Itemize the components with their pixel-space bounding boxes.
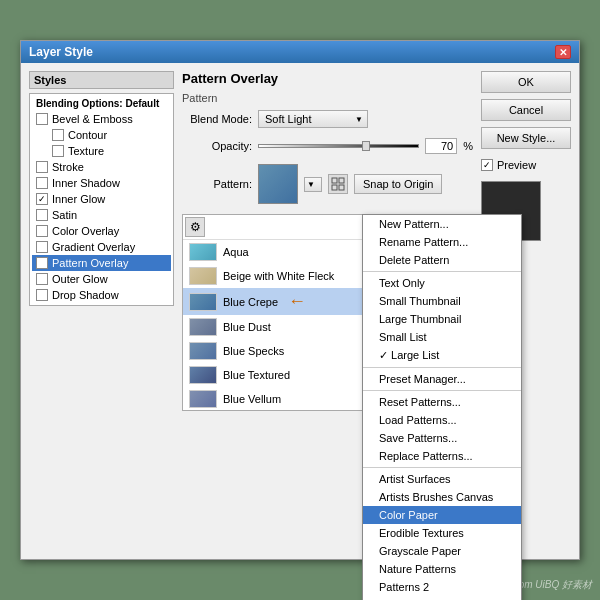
ok-button[interactable]: OK	[481, 71, 571, 93]
pattern-dropdown-arrow-icon: ▼	[307, 180, 315, 189]
blend-mode-row: Blend Mode: Soft Light ▼	[182, 110, 473, 128]
opacity-thumb[interactable]	[362, 141, 370, 151]
pattern-preview-swatch[interactable]	[258, 164, 298, 204]
menu-reset-patterns[interactable]: Reset Patterns...	[363, 393, 521, 411]
satin-checkbox[interactable]	[36, 209, 48, 221]
blue-dust-thumb	[189, 318, 217, 336]
menu-artists-brushes[interactable]: Artists Brushes Canvas	[363, 488, 521, 506]
section-title: Pattern Overlay	[182, 71, 473, 86]
blue-specks-thumb	[189, 342, 217, 360]
center-panel: Pattern Overlay Pattern Blend Mode: Soft…	[182, 71, 473, 551]
menu-divider-2	[363, 367, 521, 368]
menu-patterns[interactable]: Patterns	[363, 596, 521, 600]
blue-vellum-label: Blue Vellum	[223, 393, 281, 405]
layer-item-outer-glow[interactable]: Outer Glow	[32, 271, 171, 287]
layer-item-stroke[interactable]: Stroke	[32, 159, 171, 175]
opacity-row: Opacity: 70 %	[182, 138, 473, 154]
gear-button[interactable]: ⚙	[185, 217, 205, 237]
context-menu: New Pattern... Rename Pattern... Delete …	[362, 214, 522, 600]
pattern-reset-icon	[331, 177, 345, 191]
close-button[interactable]: ✕	[555, 45, 571, 59]
layer-item-color-overlay[interactable]: Color Overlay	[32, 223, 171, 239]
layer-style-dialog: Layer Style ✕ Styles Blending Options: D…	[20, 40, 580, 560]
menu-new-pattern[interactable]: New Pattern...	[363, 215, 521, 233]
outer-glow-checkbox[interactable]	[36, 273, 48, 285]
pattern-label: Pattern:	[182, 178, 252, 190]
svg-rect-0	[332, 178, 337, 183]
menu-save-patterns[interactable]: Save Patterns...	[363, 429, 521, 447]
opacity-slider[interactable]	[258, 144, 419, 148]
blend-mode-arrow-icon: ▼	[355, 115, 363, 124]
layer-item-contour[interactable]: Contour	[32, 127, 171, 143]
menu-divider-1	[363, 271, 521, 272]
cancel-button[interactable]: Cancel	[481, 99, 571, 121]
preview-checkbox[interactable]	[481, 159, 493, 171]
gradient-overlay-checkbox[interactable]	[36, 241, 48, 253]
pattern-icon-btn[interactable]	[328, 174, 348, 194]
styles-label: Styles	[29, 71, 174, 89]
aqua-thumb	[189, 243, 217, 261]
layer-item-satin[interactable]: Satin	[32, 207, 171, 223]
drop-shadow-checkbox[interactable]	[36, 289, 48, 301]
selection-arrow-icon: ←	[288, 291, 306, 312]
aqua-label: Aqua	[223, 246, 249, 258]
layer-item-pattern-overlay[interactable]: Pattern Overlay	[32, 255, 171, 271]
color-overlay-checkbox[interactable]	[36, 225, 48, 237]
menu-large-list[interactable]: ✓ Large List	[363, 346, 521, 365]
menu-preset-manager[interactable]: Preset Manager...	[363, 370, 521, 388]
beige-thumb	[189, 267, 217, 285]
blend-mode-label: Blend Mode:	[182, 113, 252, 125]
new-style-button[interactable]: New Style...	[481, 127, 571, 149]
menu-color-paper[interactable]: Color Paper	[363, 506, 521, 524]
pattern-dropdown[interactable]: ▼	[304, 177, 322, 192]
menu-load-patterns[interactable]: Load Patterns...	[363, 411, 521, 429]
blue-textured-label: Blue Textured	[223, 369, 290, 381]
dialog-body: Styles Blending Options: Default Bevel &…	[21, 63, 579, 559]
layer-item-drop-shadow[interactable]: Drop Shadow	[32, 287, 171, 303]
menu-small-thumbnail[interactable]: Small Thumbnail	[363, 292, 521, 310]
menu-text-only[interactable]: Text Only	[363, 274, 521, 292]
layer-items-list: Blending Options: Default Bevel & Emboss…	[29, 93, 174, 306]
menu-divider-3	[363, 390, 521, 391]
snap-to-origin-button[interactable]: Snap to Origin	[354, 174, 442, 194]
left-panel: Styles Blending Options: Default Bevel &…	[29, 71, 174, 551]
pattern-list-area: ⚙ Aqua Beige with White Fleck	[182, 214, 473, 411]
menu-rename-pattern[interactable]: Rename Pattern...	[363, 233, 521, 251]
stroke-checkbox[interactable]	[36, 161, 48, 173]
inner-glow-checkbox[interactable]	[36, 193, 48, 205]
blending-label: Blending Options: Default	[36, 98, 159, 109]
preview-label: Preview	[497, 159, 536, 171]
svg-rect-1	[339, 178, 344, 183]
menu-small-list[interactable]: Small List	[363, 328, 521, 346]
preview-row: Preview	[481, 159, 571, 171]
blend-mode-dropdown[interactable]: Soft Light ▼	[258, 110, 368, 128]
menu-grayscale-paper[interactable]: Grayscale Paper	[363, 542, 521, 560]
menu-artist-surfaces[interactable]: Artist Surfaces	[363, 470, 521, 488]
contour-checkbox[interactable]	[52, 129, 64, 141]
bevel-checkbox[interactable]	[36, 113, 48, 125]
opacity-label: Opacity:	[182, 140, 252, 152]
menu-divider-4	[363, 467, 521, 468]
pattern-overlay-checkbox[interactable]	[36, 257, 48, 269]
menu-nature-patterns[interactable]: Nature Patterns	[363, 560, 521, 578]
pattern-row: Pattern: ▼ Snap to Origin	[182, 164, 473, 204]
layer-item-bevel[interactable]: Bevel & Emboss	[32, 111, 171, 127]
menu-patterns-2[interactable]: Patterns 2	[363, 578, 521, 596]
blue-textured-thumb	[189, 366, 217, 384]
texture-checkbox[interactable]	[52, 145, 64, 157]
section-subtitle: Pattern	[182, 92, 473, 104]
menu-large-thumbnail[interactable]: Large Thumbnail	[363, 310, 521, 328]
layer-item-inner-shadow[interactable]: Inner Shadow	[32, 175, 171, 191]
layer-item-inner-glow[interactable]: Inner Glow	[32, 191, 171, 207]
menu-delete-pattern[interactable]: Delete Pattern	[363, 251, 521, 269]
svg-rect-2	[332, 185, 337, 190]
inner-shadow-checkbox[interactable]	[36, 177, 48, 189]
blend-mode-value: Soft Light	[265, 113, 311, 125]
menu-erodible-textures[interactable]: Erodible Textures	[363, 524, 521, 542]
opacity-input[interactable]: 70	[425, 138, 457, 154]
layer-item-texture[interactable]: Texture	[32, 143, 171, 159]
beige-label: Beige with White Fleck	[223, 270, 334, 282]
layer-item-gradient-overlay[interactable]: Gradient Overlay	[32, 239, 171, 255]
menu-replace-patterns[interactable]: Replace Patterns...	[363, 447, 521, 465]
layer-item-blending[interactable]: Blending Options: Default	[32, 96, 171, 111]
